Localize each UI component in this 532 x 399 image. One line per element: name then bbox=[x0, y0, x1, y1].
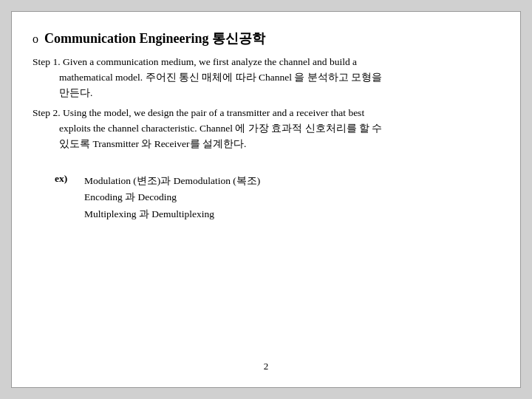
ex-item3: Multiplexing 과 Demultiplexing bbox=[84, 206, 260, 223]
ex-items: Modulation (변조)과 Demodulation (복조) Encod… bbox=[84, 173, 260, 224]
step1-text: Given a communication medium, we first a… bbox=[63, 56, 357, 67]
step2-indent2: 있도록 Transmitter 와 Receiver를 설계한다. bbox=[59, 137, 499, 152]
step1-indent2: 만든다. bbox=[59, 86, 499, 101]
step2-block: Step 2. Using the model, we design the p… bbox=[33, 106, 499, 152]
slide-title: Communication Engineering 통신공학 bbox=[44, 30, 265, 47]
slide: o Communication Engineering 통신공학 Step 1.… bbox=[11, 11, 521, 388]
ex-item2: Encoding 과 Decoding bbox=[84, 189, 260, 206]
slide-content: o Communication Engineering 통신공학 Step 1.… bbox=[33, 30, 499, 355]
page-number: 2 bbox=[264, 361, 269, 372]
step2-label: Step 2. bbox=[33, 107, 61, 118]
ex-label: ex) bbox=[33, 173, 84, 224]
step1-label: Step 1. bbox=[33, 56, 61, 67]
bullet-symbol: o bbox=[33, 33, 38, 46]
step2-text: Using the model, we design the pair of a… bbox=[63, 107, 364, 118]
ex-item1: Modulation (변조)과 Demodulation (복조) bbox=[84, 173, 260, 190]
step1-block: Step 1. Given a communication medium, we… bbox=[33, 55, 499, 101]
step2-indent1: exploits the channel characteristic. Cha… bbox=[59, 121, 499, 137]
examples-section: ex) Modulation (변조)과 Demodulation (복조) E… bbox=[33, 173, 499, 224]
title-row: o Communication Engineering 통신공학 bbox=[33, 30, 499, 47]
step1-indent1: mathematical model. 주어진 통신 매체에 따라 Channe… bbox=[59, 70, 499, 86]
slide-footer: 2 bbox=[33, 355, 499, 372]
